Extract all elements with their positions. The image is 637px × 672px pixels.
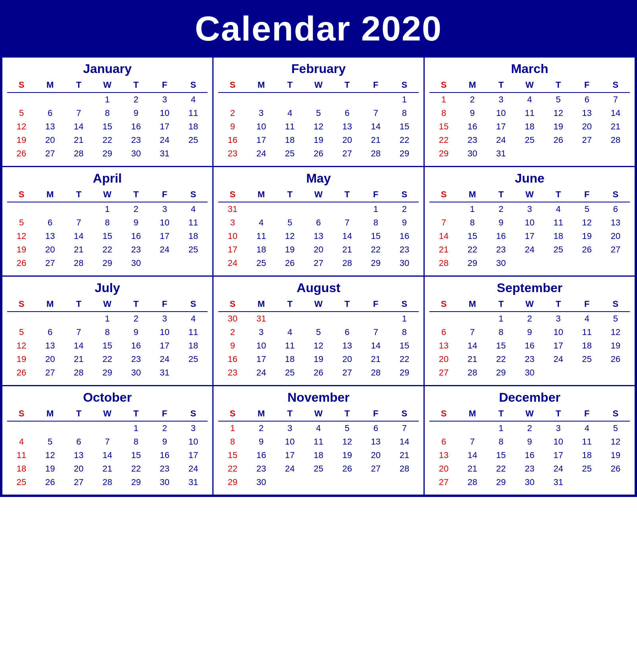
calendar-day: 14 [429, 229, 458, 243]
calendar-day: 7 [93, 435, 121, 449]
calendar-day [247, 92, 275, 106]
month-block-october: OctoberSMTWTFS12345678910111213141516171… [2, 386, 214, 496]
calendar-day: 10 [544, 325, 573, 339]
calendar-day: 11 [179, 216, 208, 229]
calendar-day [7, 421, 36, 435]
calendar-day: 4 [573, 421, 601, 435]
calendar-day [64, 202, 93, 216]
day-header-f5: F [362, 79, 390, 92]
calendar-day: 26 [7, 256, 36, 270]
day-header-m1: M [458, 188, 487, 202]
calendar-day: 17 [150, 120, 179, 133]
calendar-day: 4 [544, 202, 573, 216]
calendar-day: 28 [458, 366, 487, 379]
calendar-day: 8 [122, 435, 150, 449]
calendar-day: 10 [247, 339, 275, 352]
calendar-day: 6 [601, 202, 630, 216]
calendar-day: 20 [429, 352, 458, 366]
calendar-day: 23 [515, 462, 544, 476]
calendar-day: 28 [64, 147, 93, 160]
calendar-day: 27 [36, 147, 64, 160]
calendar-day: 9 [515, 435, 544, 449]
day-header-t4: T [544, 407, 573, 421]
calendar-day: 19 [544, 120, 573, 133]
calendar-day: 18 [179, 339, 208, 352]
calendar-day: 27 [601, 243, 630, 256]
calendar-day [333, 202, 362, 216]
calendar-day: 23 [458, 133, 487, 147]
calendar-day: 7 [362, 325, 390, 339]
calendar-day: 12 [304, 120, 333, 133]
month-block-june: JuneSMTWTFS12345678910111213141516171819… [425, 167, 636, 277]
calendar-day: 25 [275, 366, 304, 379]
calendar-day: 8 [487, 325, 515, 339]
calendar-day [429, 202, 458, 216]
calendar-day [36, 202, 64, 216]
calendar-day: 18 [544, 229, 573, 243]
calendar-day: 29 [93, 256, 121, 270]
day-header-s0: S [7, 188, 36, 202]
calendar-day [573, 256, 601, 270]
calendar-day: 20 [601, 229, 630, 243]
calendar-day: 18 [179, 120, 208, 133]
calendar-day: 18 [304, 449, 333, 462]
calendar-day: 25 [7, 476, 36, 489]
calendar-day: 20 [333, 133, 362, 147]
calendar-day: 27 [64, 476, 93, 489]
calendar-day: 31 [247, 312, 275, 325]
day-header-f5: F [150, 79, 179, 92]
calendar-day: 9 [247, 435, 275, 449]
calendar-day: 19 [7, 352, 36, 366]
calendar-day: 28 [390, 462, 419, 476]
month-table: SMTWTFS123456789101112131415161718192021… [429, 188, 630, 270]
calendar-day: 11 [544, 216, 573, 229]
calendar-day: 24 [179, 462, 208, 476]
calendar-day [515, 256, 544, 270]
calendar-day: 16 [515, 339, 544, 352]
month-table: SMTWTFS123456789101112131415161718192021… [7, 407, 208, 489]
calendar-day [36, 92, 64, 106]
calendar-day: 16 [122, 229, 150, 243]
calendar-day: 17 [218, 243, 247, 256]
calendar-day: 30 [247, 476, 275, 489]
calendar-day: 13 [333, 120, 362, 133]
calendar-day: 29 [93, 147, 121, 160]
calendar-day [429, 421, 458, 435]
calendar-day [275, 202, 304, 216]
calendar-day [247, 202, 275, 216]
month-table: SMTWTFS311234567891011121314151617181920… [218, 188, 419, 270]
calendar-day: 4 [179, 202, 208, 216]
calendar-day: 28 [362, 147, 390, 160]
calendar-day: 8 [93, 325, 121, 339]
calendar-day: 25 [247, 256, 275, 270]
day-header-m1: M [36, 298, 64, 312]
calendar-day: 19 [36, 462, 64, 476]
calendar-day: 14 [64, 120, 93, 133]
calendar-day: 27 [333, 366, 362, 379]
calendar-day: 15 [93, 339, 121, 352]
calendar-day: 27 [362, 462, 390, 476]
calendar-day: 27 [36, 366, 64, 379]
calendar-wrapper: Calendar 2020 JanuarySMTWTFS123456789101… [0, 0, 637, 497]
calendar-day: 28 [458, 476, 487, 489]
calendar-day: 8 [93, 216, 121, 229]
calendar-day: 17 [515, 229, 544, 243]
calendar-day: 11 [179, 106, 208, 120]
calendar-day: 21 [429, 243, 458, 256]
calendar-day: 2 [122, 202, 150, 216]
month-block-april: AprilSMTWTFS1234567891011121314151617181… [2, 167, 214, 277]
day-header-s0: S [218, 298, 247, 312]
calendar-day: 19 [601, 339, 630, 352]
calendar-day: 8 [390, 106, 419, 120]
calendar-day: 19 [7, 133, 36, 147]
day-header-s6: S [390, 188, 419, 202]
calendar-day: 24 [275, 462, 304, 476]
month-block-march: MarchSMTWTFS1234567891011121314151617181… [425, 58, 636, 167]
calendar-day: 26 [7, 366, 36, 379]
calendar-day: 16 [390, 229, 419, 243]
calendar-day [150, 256, 179, 270]
calendar-day: 22 [93, 243, 121, 256]
calendar-day: 2 [218, 106, 247, 120]
calendar-day: 5 [304, 106, 333, 120]
calendar-day: 5 [333, 421, 362, 435]
